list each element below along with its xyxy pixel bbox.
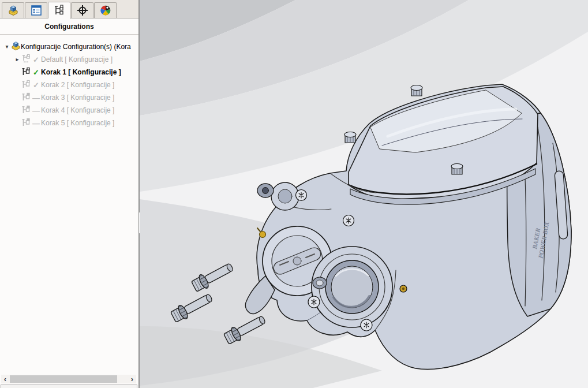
unrebuilt-dash-icon: —	[31, 94, 41, 102]
config-item-korak5[interactable]: — Korak 5 [ Konfiguracije ]	[0, 117, 138, 129]
config-flag-icon	[21, 80, 31, 91]
configuration-manager-panel: Configurations ▾ Konfiguracije Configura…	[0, 0, 138, 388]
configurations-root-icon	[10, 41, 21, 53]
tab-dimxpertmanager[interactable]	[71, 2, 93, 18]
panel-horizontal-scrollbar[interactable]: ‹ ›	[1, 375, 136, 383]
configuration-tree: ▾ Konfiguracije Configuration(s) (Kora ▸	[0, 35, 138, 129]
dimxpert-target-icon	[77, 5, 88, 16]
config-flag-icon	[21, 92, 31, 103]
tab-featuremanager[interactable]	[2, 2, 24, 18]
propertymanager-list-icon	[31, 5, 42, 16]
config-item-default[interactable]: ▸ ✓ Default [ Konfiguracije ]	[0, 53, 138, 66]
scroll-left-icon[interactable]: ‹	[1, 375, 9, 383]
panel-title: Configurations	[0, 18, 138, 35]
graphics-area[interactable]: BAKER POWER BOX	[140, 0, 588, 388]
config-item-korak1[interactable]: ✓ Korak 1 [ Konfiguracije ]	[0, 66, 138, 79]
rebuild-check-icon: ✓	[31, 55, 41, 64]
unrebuilt-dash-icon: —	[31, 106, 41, 115]
model-canvas: BAKER POWER BOX	[140, 0, 588, 388]
unrebuilt-dash-icon: —	[31, 119, 41, 128]
manager-tab-bar	[0, 0, 138, 18]
config-item-label: Korak 2 [ Konfiguracije ]	[41, 81, 114, 89]
configurationmanager-tree-icon	[54, 5, 65, 16]
config-flag-icon	[21, 118, 31, 129]
collapse-arrow-icon[interactable]: ▾	[3, 40, 10, 53]
scrollbar-thumb[interactable]	[10, 375, 117, 383]
tab-configurationmanager[interactable]	[48, 2, 70, 18]
active-config-flag-icon	[21, 67, 31, 78]
config-flag-icon	[21, 105, 31, 116]
expand-arrow-icon[interactable]: ▸	[14, 53, 21, 66]
config-item-label: Default [ Konfiguracije ]	[41, 55, 113, 64]
config-item-korak4[interactable]: — Korak 4 [ Konfiguracije ]	[0, 104, 138, 117]
config-root-label: Konfiguracije Configuration(s) (Kora	[21, 43, 131, 51]
config-item-label: Korak 1 [ Konfiguracije ]	[41, 68, 121, 76]
scroll-right-icon[interactable]: ›	[128, 375, 136, 383]
featuremanager-cube-icon	[8, 5, 19, 16]
config-item-korak3[interactable]: — Korak 3 [ Konfiguracije ]	[0, 91, 138, 104]
tab-propertymanager[interactable]	[25, 2, 47, 18]
application-window: Configurations ▾ Konfiguracije Configura…	[0, 0, 588, 388]
rebuild-check-icon: ✓	[31, 68, 41, 77]
rebuild-check-icon: ✓	[31, 81, 41, 89]
config-item-korak2[interactable]: ✓ Korak 2 [ Konfiguracije ]	[0, 79, 138, 91]
config-item-label: Korak 5 [ Konfiguracije ]	[41, 119, 114, 127]
config-root-row[interactable]: ▾ Konfiguracije Configuration(s) (Kora	[0, 40, 138, 53]
derived-config-icon	[21, 54, 31, 65]
config-item-label: Korak 4 [ Konfiguracije ]	[41, 106, 114, 114]
tab-displaymanager[interactable]	[94, 2, 117, 18]
panel-bottom-strip	[1, 385, 137, 388]
displaymanager-ball-icon	[100, 5, 111, 16]
config-item-label: Korak 3 [ Konfiguracije ]	[41, 94, 114, 102]
